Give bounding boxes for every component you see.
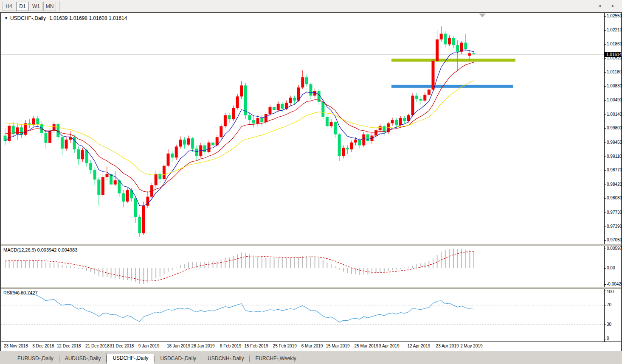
toolbar-divider <box>59 1 59 11</box>
price-axis-label: 0.99450 <box>607 140 622 145</box>
macd-axis-label: -0.004243 <box>607 282 622 286</box>
price-axis-label: 1.02550 <box>607 14 622 18</box>
symbol-tab-eurusd[interactable]: EURUSD-,Daily <box>12 354 59 364</box>
application-window: H4D1W1MN ▼USDCHF-,Daily1.01639 1.01698 1… <box>0 0 622 364</box>
price-axis-label: 0.99800 <box>607 126 622 130</box>
date-axis-label: 6 Feb 2019 <box>220 344 242 348</box>
tab-scroll-right-icon[interactable]: ► <box>611 3 615 8</box>
date-axis-label: 9 Jan 2019 <box>138 344 160 348</box>
axis-tick <box>605 185 606 185</box>
axis-tick <box>605 291 606 291</box>
macd-axis-label: 0.00 <box>607 266 615 270</box>
axis-tick <box>605 100 606 101</box>
price-axis-label: 1.01860 <box>607 42 622 46</box>
date-axis-label: 2 May 2019 <box>460 344 482 348</box>
symbol-tab-usdcad[interactable]: USDCAD-,Daily <box>155 354 202 364</box>
rsi-axis[interactable]: 10070300 <box>604 289 621 342</box>
price-axis-label: 1.00490 <box>607 98 622 102</box>
axis-tick <box>605 240 606 241</box>
current-price-tag: 1.01614 <box>605 52 621 57</box>
axis-tick <box>605 325 606 325</box>
axis-tick <box>605 72 606 73</box>
price-axis[interactable]: 1.025501.022101.018601.015201.011801.008… <box>604 13 621 244</box>
date-axis-label: 25 Mar 2019 <box>355 344 378 348</box>
axis-tick <box>605 339 606 339</box>
price-axis-label: 1.02210 <box>607 28 622 32</box>
symbol-tab-bar: EURUSD-,DailyAUDUSD-,DailyUSDCHF-,DailyU… <box>0 352 622 364</box>
timeframe-button-h4[interactable]: H4 <box>3 2 15 11</box>
tab-separator <box>302 356 302 362</box>
rsi-axis-label: 100 <box>607 289 614 294</box>
axis-tick <box>605 227 606 227</box>
axis-tick <box>605 86 606 87</box>
axis-tick <box>605 157 606 157</box>
axis-tick <box>605 198 606 199</box>
symbol-tab-usdchf[interactable]: USDCHF-,Daily <box>107 353 154 364</box>
date-axis[interactable]: 23 Nov 20183 Dec 201812 Dec 201821 Dec 2… <box>1 342 621 351</box>
price-axis-label: 0.98080 <box>607 196 622 200</box>
axis-tick <box>605 115 606 115</box>
date-axis-label: 31 Dec 2018 <box>110 344 134 348</box>
chart-window: ▼USDCHF-,Daily1.01639 1.01698 1.01608 1.… <box>0 12 622 351</box>
timeframe-button-mn[interactable]: MN <box>43 2 56 11</box>
axis-tick <box>605 44 606 45</box>
rsi-axis-label: 30 <box>607 322 611 327</box>
rsi-panel: RSI(14) 60.7427 10070300 <box>1 289 621 342</box>
tab-scroll-left-icon[interactable]: ◄ <box>597 3 602 8</box>
axis-tick <box>605 16 606 17</box>
price-axis-label: 1.00140 <box>607 112 622 117</box>
price-axis-label: 0.97390 <box>607 224 622 229</box>
rsi-chart[interactable] <box>1 289 604 342</box>
macd-axis[interactable]: 0.005970.00-0.004243 <box>604 246 621 287</box>
axis-tick <box>605 170 606 171</box>
date-axis-label: 15 Feb 2019 <box>244 344 268 348</box>
symbol-tab-eurchf[interactable]: EURCHF-,Weekly <box>250 354 301 364</box>
date-axis-label: 6 Mar 2019 <box>301 344 323 348</box>
symbol-tab-audusd[interactable]: AUDUSD-,Daily <box>59 354 107 364</box>
price-axis-label: 0.97050 <box>607 238 622 242</box>
rsi-axis-label: 70 <box>607 302 611 307</box>
macd-panel: MACD(12,26,9) 0.003942 0.004983 0.005970… <box>1 246 621 287</box>
symbol-tab-usdcnh[interactable]: USDCNH-,Daily <box>202 354 249 364</box>
timeframe-button-w1[interactable]: W1 <box>30 2 42 11</box>
date-axis-label: 21 Dec 2018 <box>85 344 110 348</box>
timeframe-toolbar: H4D1W1MN <box>0 0 622 12</box>
symbol-dropdown-icon[interactable]: ▼ <box>4 16 8 20</box>
date-axis-label: 3 Dec 2018 <box>32 344 54 348</box>
date-axis-label: 23 Nov 2018 <box>4 344 28 348</box>
date-axis-label: 12 Dec 2018 <box>57 344 81 348</box>
date-axis-label: 23 Apr 2019 <box>436 344 459 348</box>
price-axis-label: 1.00830 <box>607 84 622 88</box>
price-chart[interactable] <box>1 13 604 244</box>
date-axis-label: 12 Apr 2019 <box>407 344 430 348</box>
price-axis-label: 0.98420 <box>607 182 622 187</box>
axis-tick <box>605 305 606 305</box>
date-axis-label: 28 Jan 2019 <box>191 344 215 348</box>
chart-title: ▼USDCHF-,Daily1.01639 1.01698 1.01608 1.… <box>4 15 127 21</box>
axis-tick <box>605 30 606 31</box>
date-axis-label: 18 Jan 2019 <box>167 344 190 348</box>
timeframe-button-d1[interactable]: D1 <box>16 2 29 11</box>
price-axis-label: 0.98770 <box>607 168 622 172</box>
chart-ohlc-values: 1.01639 1.01698 1.01608 1.01614 <box>49 15 127 21</box>
chart-symbol-label: USDCHF-,Daily <box>10 15 46 21</box>
price-chart-panel: ▼USDCHF-,Daily1.01639 1.01698 1.01608 1.… <box>1 13 621 244</box>
date-axis-label: 15 Mar 2019 <box>326 344 349 348</box>
date-axis-label: 3 Apr 2019 <box>379 344 399 348</box>
price-axis-label: 1.01180 <box>607 70 622 74</box>
axis-tick <box>605 58 606 59</box>
autoscroll-marker-icon[interactable] <box>479 14 486 17</box>
price-axis-label: 0.99110 <box>607 154 622 159</box>
axis-tick <box>605 284 606 285</box>
axis-tick <box>605 268 606 269</box>
axis-tick <box>605 128 606 129</box>
date-axis-label: 25 Feb 2019 <box>273 344 297 348</box>
axis-tick <box>605 213 606 213</box>
rsi-axis-label: 0 <box>607 336 609 341</box>
rsi-label: RSI(14) 60.7427 <box>3 290 38 295</box>
axis-tick <box>605 143 606 143</box>
macd-chart[interactable] <box>1 246 604 287</box>
macd-axis-label: 0.00597 <box>607 246 622 251</box>
macd-label: MACD(12,26,9) 0.003942 0.004983 <box>3 247 77 252</box>
axis-tick <box>605 249 606 249</box>
